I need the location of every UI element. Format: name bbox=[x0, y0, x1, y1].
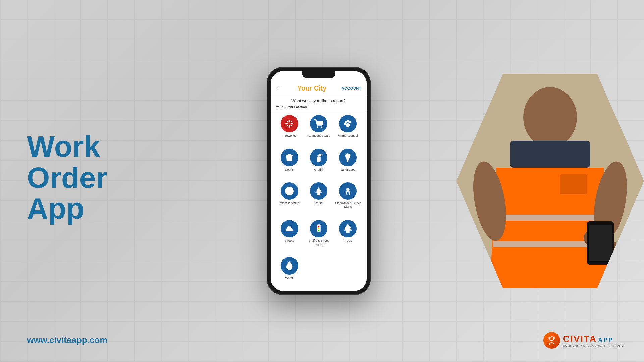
svg-point-18 bbox=[289, 193, 289, 194]
svg-point-15 bbox=[319, 154, 321, 156]
misc-label: Miscellaneous bbox=[280, 201, 299, 205]
category-grid: Fireworks Abandoned Cart bbox=[271, 111, 367, 291]
worker-hex bbox=[456, 74, 644, 288]
paw-icon bbox=[339, 115, 357, 132]
category-animal-control[interactable]: Animal Control bbox=[335, 115, 361, 145]
center-section: ← Your City ACCOUNT What would you like … bbox=[201, 0, 436, 362]
hex-container bbox=[456, 74, 644, 288]
svg-line-5 bbox=[291, 125, 292, 126]
category-traffic[interactable]: Traffic & Street Lights bbox=[305, 220, 332, 253]
svg-rect-14 bbox=[317, 157, 320, 161]
parks-label: Parks bbox=[315, 201, 322, 205]
sidewalk-icon bbox=[339, 182, 357, 200]
cart-label: Abandoned Cart bbox=[308, 134, 330, 138]
phone-mockup: ← Your City ACCOUNT What would you like … bbox=[267, 67, 371, 295]
right-section bbox=[436, 0, 644, 362]
svg-point-38 bbox=[523, 87, 577, 147]
svg-point-8 bbox=[317, 127, 318, 127]
trees-label: Trees bbox=[344, 239, 352, 243]
category-streets[interactable]: Streets bbox=[276, 220, 303, 253]
debris-label: Debris bbox=[285, 168, 294, 172]
fireworks-icon bbox=[281, 115, 298, 132]
graffiti-label: Graffiti bbox=[314, 168, 323, 172]
svg-point-11 bbox=[347, 120, 349, 122]
category-water[interactable]: Water bbox=[276, 257, 303, 287]
main-container: Work Order App www.civitaapp.com ← Your … bbox=[0, 0, 644, 362]
svg-point-10 bbox=[345, 121, 347, 123]
parks-icon bbox=[310, 182, 327, 200]
trees-icon bbox=[339, 220, 357, 237]
streets-icon bbox=[281, 220, 298, 237]
traffic-icon bbox=[310, 220, 327, 237]
svg-line-3 bbox=[286, 125, 288, 126]
category-miscellaneous[interactable]: Miscellaneous bbox=[276, 182, 303, 216]
category-fireworks[interactable]: Fireworks bbox=[276, 115, 303, 145]
back-button[interactable]: ← bbox=[276, 85, 282, 92]
left-section: Work Order App www.civitaapp.com bbox=[0, 0, 201, 362]
svg-rect-29 bbox=[493, 215, 607, 221]
traffic-label: Traffic & Street Lights bbox=[305, 239, 332, 246]
report-subtitle: What would you like to report? bbox=[271, 96, 367, 105]
category-parks[interactable]: Parks bbox=[305, 182, 332, 216]
phone-notch bbox=[302, 71, 335, 78]
svg-line-7 bbox=[291, 121, 292, 122]
svg-point-9 bbox=[321, 127, 322, 127]
water-label: Water bbox=[285, 276, 293, 280]
category-landscape[interactable]: Landscape bbox=[335, 149, 361, 179]
app-title: Your City bbox=[282, 84, 342, 92]
cart-icon bbox=[310, 115, 327, 132]
svg-rect-31 bbox=[560, 174, 587, 194]
category-graffiti[interactable]: Graffiti bbox=[305, 149, 332, 179]
misc-icon bbox=[281, 182, 298, 200]
svg-point-13 bbox=[344, 123, 346, 125]
website-url: www.civitaapp.com bbox=[27, 335, 107, 345]
location-label: Your Curent Location bbox=[271, 105, 367, 111]
category-abandoned-cart[interactable]: Abandoned Cart bbox=[305, 115, 332, 145]
category-debris[interactable]: Debris bbox=[276, 149, 303, 179]
streets-label: Streets bbox=[284, 239, 294, 243]
svg-point-20 bbox=[347, 188, 349, 191]
trash-icon bbox=[281, 149, 298, 166]
svg-point-25 bbox=[318, 228, 320, 229]
hero-title: Work Order App bbox=[27, 131, 181, 224]
category-sidewalks[interactable]: Sidewalks & Street Signs bbox=[335, 182, 361, 216]
sidewalk-label: Sidewalks & Street Signs bbox=[335, 201, 361, 209]
svg-point-26 bbox=[318, 230, 320, 231]
landscape-icon bbox=[339, 149, 357, 166]
phone-screen: ← Your City ACCOUNT What would you like … bbox=[271, 71, 367, 291]
svg-line-1 bbox=[286, 121, 288, 122]
svg-rect-37 bbox=[589, 225, 612, 261]
category-trees[interactable]: Trees bbox=[335, 220, 361, 253]
water-icon bbox=[281, 257, 298, 275]
svg-point-12 bbox=[349, 121, 351, 123]
animal-label: Animal Control bbox=[338, 134, 358, 138]
account-button[interactable]: ACCOUNT bbox=[342, 86, 362, 90]
fireworks-label: Fireworks bbox=[283, 134, 296, 138]
svg-point-24 bbox=[318, 226, 320, 228]
spray-icon bbox=[310, 149, 327, 166]
landscape-label: Landscape bbox=[340, 168, 355, 172]
